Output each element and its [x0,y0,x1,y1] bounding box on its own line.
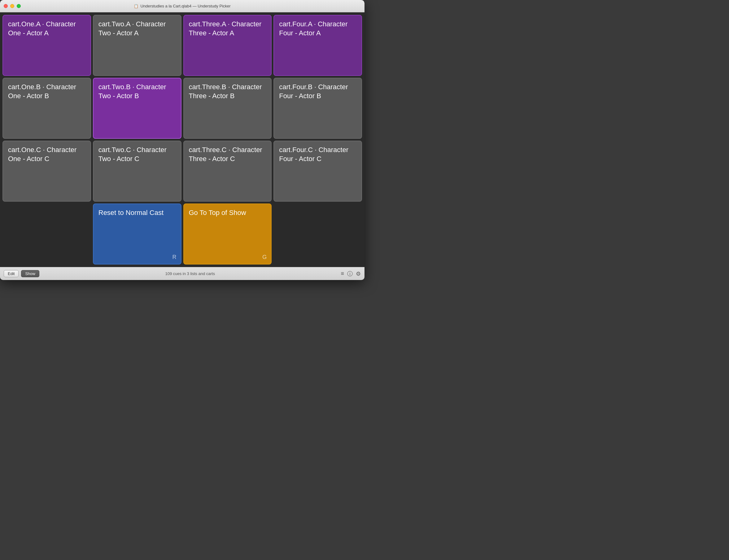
cue-label: cart.Four.A · Character Four - Actor A [279,20,356,37]
cue-label: cart.Three.A · Character Three - Actor A [189,20,266,37]
cue-label: cart.Four.B · Character Four - Actor B [279,83,356,100]
cue-cart-four-a[interactable]: cart.Four.A · Character Four - Actor A [273,15,362,76]
cue-label: cart.Two.B · Character Two - Actor B [98,83,176,100]
title-text: Understudies a la Cart.qlab4 — Understud… [140,4,230,8]
cue-label: cart.One.B · Character One - Actor B [8,83,85,100]
list-icon[interactable]: ≡ [341,270,344,277]
cue-label: cart.One.C · Character One - Actor C [8,146,85,163]
settings-icon[interactable]: ⚙ [356,270,361,277]
hotkey-label: G [262,254,267,261]
maximize-button[interactable] [17,4,21,8]
cue-label: cart.Three.B · Character Three - Actor B [189,83,266,100]
cue-label: Go To Top of Show [189,208,246,217]
cue-cart-one-b[interactable]: cart.One.B · Character One - Actor B [2,78,91,139]
hotkey-label: R [172,254,177,261]
cue-cart-four-b[interactable]: cart.Four.B · Character Four - Actor B [273,78,362,139]
cue-cart-three-a[interactable]: cart.Three.A · Character Three - Actor A [183,15,272,76]
cue-cart-four-c[interactable]: cart.Four.C · Character Four - Actor C [273,141,362,202]
status-text: 109 cues in 3 lists and carts [42,271,338,276]
title-icon: 📋 [134,4,138,8]
bottom-bar: Edit Show 109 cues in 3 lists and carts … [0,267,365,280]
cue-label: cart.One.A · Character One - Actor A [8,20,85,37]
titlebar: 📋 Understudies a la Cart.qlab4 — Underst… [0,0,365,12]
show-button[interactable]: Show [21,270,39,277]
close-button[interactable] [4,4,8,8]
minimize-button[interactable] [10,4,14,8]
window-title: 📋 Understudies a la Cart.qlab4 — Underst… [134,4,230,8]
cue-cart-three-b[interactable]: cart.Three.B · Character Three - Actor B [183,78,272,139]
cue-label: cart.Two.C · Character Two - Actor C [98,146,176,163]
cue-cart-one-c[interactable]: cart.One.C · Character One - Actor C [2,141,91,202]
cue-label: cart.Four.C · Character Four - Actor C [279,146,356,163]
empty-cell-row4-col1 [2,203,91,265]
cue-cart-two-b[interactable]: cart.Two.B · Character Two - Actor B [93,78,181,139]
cue-cart-two-c[interactable]: cart.Two.C · Character Two - Actor C [93,141,181,202]
bottom-right-controls: ≡ ⓘ ⚙ [341,270,361,278]
cue-cart-three-c[interactable]: cart.Three.C · Character Three - Actor C [183,141,272,202]
cue-grid: cart.One.A · Character One - Actor A car… [0,12,365,267]
info-icon[interactable]: ⓘ [347,270,353,278]
cue-cart-one-a[interactable]: cart.One.A · Character One - Actor A [2,15,91,76]
cue-label: cart.Two.A · Character Two - Actor A [98,20,176,37]
cue-cart-two-a[interactable]: cart.Two.A · Character Two - Actor A [93,15,181,76]
cue-label: Reset to Normal Cast [98,208,164,217]
empty-cell-row4-col4 [273,203,362,265]
reset-normal-cast-button[interactable]: Reset to Normal Cast R [93,203,181,265]
traffic-lights [4,4,21,8]
cue-label: cart.Three.C · Character Three - Actor C [189,146,266,163]
edit-button[interactable]: Edit [4,270,19,277]
go-to-top-button[interactable]: Go To Top of Show G [183,203,272,265]
